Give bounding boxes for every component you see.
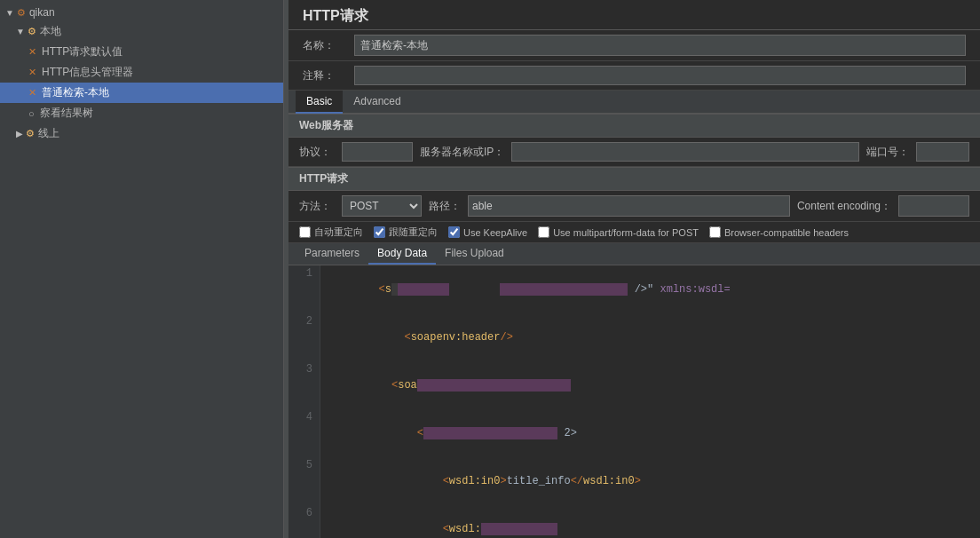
line-num-1: 1 (288, 265, 320, 313)
browser-headers-checkbox[interactable]: Browser-compatible headers (709, 226, 849, 238)
http-defaults-icon: ✕ (28, 46, 36, 58)
online-label: 线上 (38, 126, 59, 141)
name-row: 名称： (288, 30, 980, 61)
port-label: 端口号： (866, 145, 909, 160)
auto-redirect-check[interactable] (299, 226, 311, 238)
http-headers-icon: ✕ (28, 67, 36, 78)
tab-basic[interactable]: Basic (296, 91, 343, 114)
sidebar: ▼ ⚙ qikan ▼ ⚙ 本地 ✕ HTTP请求默认值 ✕ HTTP信息头管理… (0, 0, 284, 538)
tab-advanced[interactable]: Advanced (343, 91, 411, 114)
normal-search-icon: ✕ (28, 87, 36, 99)
encoding-input[interactable] (898, 195, 969, 217)
follow-redirect-checkbox[interactable]: 跟随重定向 (374, 225, 438, 239)
line-num-4: 4 (288, 409, 320, 457)
sub-tab-body-data[interactable]: Body Data (368, 243, 436, 265)
normal-search-label: 普通检索-本地 (42, 85, 109, 100)
line-num-5: 5 (288, 457, 320, 505)
port-input[interactable] (916, 142, 969, 162)
note-row: 注释： (288, 61, 980, 91)
path-input[interactable] (468, 195, 790, 217)
host-input[interactable] (511, 142, 859, 162)
code-line-5: 5 <wsdl:in0>title_info</wsdl:in0> (288, 457, 980, 505)
sub-tab-files-upload[interactable]: Files Upload (436, 243, 513, 265)
app-icon: ⚙ (17, 7, 26, 19)
browser-headers-check[interactable] (709, 226, 721, 238)
http-headers-label: HTTP信息头管理器 (42, 65, 133, 80)
line-content-3: <soa (320, 361, 980, 409)
code-line-3: 3 <soa (288, 361, 980, 409)
name-label: 名称： (303, 38, 347, 53)
line-num-3: 3 (288, 361, 320, 409)
proto-input[interactable] (342, 142, 413, 162)
collapse-icon: ▶ (16, 129, 23, 138)
name-input[interactable] (354, 35, 966, 56)
keepalive-check[interactable] (448, 226, 460, 238)
sidebar-item-http-headers[interactable]: ✕ HTTP信息头管理器 (0, 62, 283, 83)
http-request-title: HTTP请求 (288, 0, 980, 30)
multipart-check[interactable] (538, 226, 549, 238)
follow-redirect-check[interactable] (374, 226, 385, 238)
results-label: 察看结果树 (40, 106, 93, 121)
line-content-2: <soapenv:header/> (320, 313, 980, 361)
local-label: 本地 (40, 24, 61, 39)
code-line-6: 6 <wsdl: (288, 505, 980, 538)
proto-label: 协议： (299, 145, 335, 160)
method-select[interactable]: POST GET PUT DELETE HEAD OPTIONS PATCH (342, 195, 422, 217)
expand-icon: ▼ (16, 27, 25, 36)
http-request-section-header: HTTP请求 (288, 167, 980, 191)
line-num-6: 6 (288, 505, 320, 538)
sidebar-item-results[interactable]: ○ 察看结果树 (0, 103, 283, 123)
line-content-1: <s />" xmlns:wsdl= (320, 265, 980, 313)
main-tabs-bar: Basic Advanced (288, 91, 980, 114)
code-line-1: 1 <s />" xmlns:wsdl= (288, 265, 980, 313)
multipart-checkbox[interactable]: Use multipart/form-data for POST (538, 226, 699, 238)
checkboxes-row: 自动重定向 跟随重定向 Use KeepAlive Use multipart/… (288, 222, 980, 243)
auto-redirect-checkbox[interactable]: 自动重定向 (299, 225, 363, 239)
encoding-label: Content encoding： (797, 199, 891, 214)
expand-icon: ▼ (5, 8, 14, 18)
line-content-5: <wsdl:in0>title_info</wsdl:in0> (320, 457, 980, 505)
sidebar-item-online[interactable]: ▶ ⚙ 线上 (0, 123, 283, 144)
sidebar-root-label: qikan (29, 6, 55, 19)
sidebar-item-local[interactable]: ▼ ⚙ 本地 (0, 21, 283, 42)
http-request-row: 方法： POST GET PUT DELETE HEAD OPTIONS PAT… (288, 191, 980, 222)
path-label: 路径： (429, 199, 461, 214)
code-line-2: 2 <soapenv:header/> (288, 313, 980, 361)
sidebar-item-normal-search[interactable]: ✕ 普通检索-本地 (0, 83, 283, 103)
method-label: 方法： (299, 199, 335, 214)
main-panel: HTTP请求 名称： 注释： Basic Advanced Web服务器 协议：… (288, 0, 980, 538)
code-editor[interactable]: 1 <s />" xmlns:wsdl= 2 <soapenv:header/>… (288, 265, 980, 538)
note-input[interactable] (354, 66, 966, 85)
web-server-row: 协议： 服务器名称或IP： 端口号： (288, 138, 980, 167)
keepalive-checkbox[interactable]: Use KeepAlive (448, 226, 527, 238)
folder-icon: ⚙ (28, 26, 36, 37)
sidebar-item-http-defaults[interactable]: ✕ HTTP请求默认值 (0, 42, 283, 62)
web-server-section-header: Web服务器 (288, 114, 980, 138)
host-label: 服务器名称或IP： (420, 145, 504, 160)
line-content-4: < 2> (320, 409, 980, 457)
sidebar-item-root[interactable]: ▼ ⚙ qikan (0, 4, 283, 21)
sub-tabs-bar: Parameters Body Data Files Upload (288, 243, 980, 265)
line-content-6: <wsdl: (320, 505, 980, 538)
online-folder-icon: ⚙ (26, 128, 35, 139)
note-label: 注释： (303, 68, 347, 83)
code-line-4: 4 < 2> (288, 409, 980, 457)
sub-tab-parameters[interactable]: Parameters (296, 243, 368, 265)
results-icon: ○ (28, 108, 35, 119)
http-defaults-label: HTTP请求默认值 (42, 44, 122, 59)
line-num-2: 2 (288, 313, 320, 361)
